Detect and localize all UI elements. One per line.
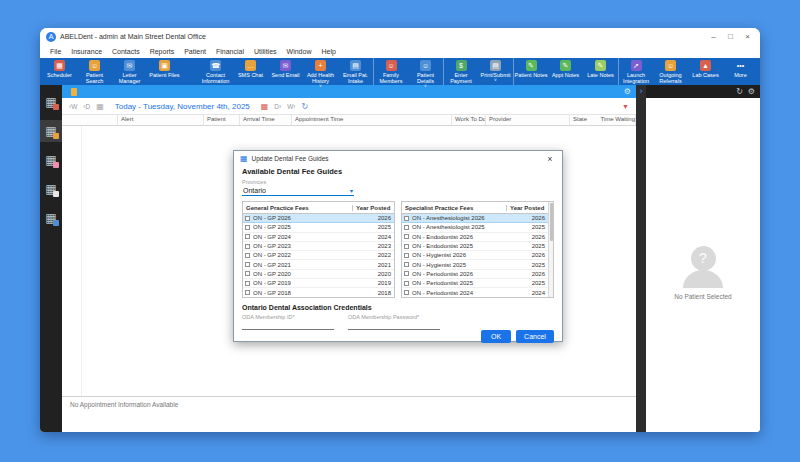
row-checkbox[interactable] [245,262,250,267]
membership-id-field[interactable] [242,320,334,330]
column-header[interactable]: Appointment Time [292,115,452,125]
expand-chevron-icon[interactable]: › [640,85,643,432]
toolbar-item[interactable]: ▲ Lab Cases [688,58,723,85]
membership-password-field[interactable] [348,320,440,330]
fee-guide-row[interactable]: ON - Periodontist 2024 2024 [402,288,548,297]
toolbar-item[interactable]: ••• More [723,58,758,85]
menu-item[interactable]: File [45,48,66,55]
maximize-button[interactable]: □ [722,30,739,43]
row-checkbox[interactable] [404,262,409,267]
menu-item[interactable]: Help [316,48,340,55]
fee-guide-row[interactable]: ON - GP 2020 2020 [243,270,394,279]
toolbar-item[interactable]: ✎ Patient Notes [513,58,548,85]
row-checkbox[interactable] [404,281,409,286]
row-checkbox[interactable] [245,290,250,295]
panel-splitter[interactable]: › [636,85,646,432]
sidebar-view-3[interactable]: ▦ [40,149,62,171]
toolbar-item[interactable]: ☺ Patient Details ∨ [408,58,443,85]
toolbar-item[interactable]: ▣ Patient Files [147,58,182,85]
toolbar-item[interactable]: + Add Health History ∨ [303,58,338,85]
menu-item[interactable]: Window [282,48,317,55]
menu-item[interactable]: Insurance [66,48,107,55]
fee-guide-row[interactable]: ON - GP 2021 2021 [243,260,394,269]
fee-guide-row[interactable]: ON - GP 2023 2023 [243,242,394,251]
minimize-button[interactable]: – [705,30,722,43]
toolbar-item[interactable]: ↗ Launch Integration [618,58,653,85]
goto-date-calendar-icon[interactable]: ▦ [261,102,269,111]
column-header[interactable]: Provider [486,115,570,125]
fee-guide-row[interactable]: ON - GP 2022 2022 [243,251,394,260]
sidebar-view-4[interactable]: ▦ [40,178,62,200]
gear-icon[interactable]: ⚙ [748,88,755,96]
fee-guide-row[interactable]: ON - Anesthesiologist 2025 2025 [402,223,548,232]
sidebar-view-1[interactable]: ▦ [40,91,62,113]
calendar-icon[interactable]: ▦ [96,102,104,111]
next-day-button[interactable]: D› [274,103,281,110]
sidebar-view-5[interactable]: ▦ [40,207,62,229]
column-header[interactable]: General Practice Fees [243,205,352,211]
row-checkbox[interactable] [245,234,250,239]
column-header[interactable]: Year Posted [352,205,394,211]
row-checkbox[interactable] [404,253,409,258]
row-checkbox[interactable] [404,271,409,276]
row-checkbox[interactable] [245,225,250,230]
fee-guide-row[interactable]: ON - Periodontist 2026 2026 [402,270,548,279]
row-checkbox[interactable] [245,244,250,249]
column-header[interactable]: State [570,115,597,125]
fee-guide-row[interactable]: ON - GP 2024 2024 [243,233,394,242]
toolbar-item[interactable]: ☎ Contact Information [198,58,233,85]
row-checkbox[interactable] [404,216,409,221]
menu-item[interactable]: Utilities [249,48,282,55]
refresh-icon[interactable]: ↻ [736,88,743,96]
fee-guide-row[interactable]: ON - Endodontist 2026 2026 [402,233,548,242]
column-header[interactable]: Work To Do [452,115,486,125]
fee-guide-row[interactable]: ON - GP 2025 2025 [243,223,394,232]
ok-button[interactable]: OK [481,330,511,343]
fee-guide-row[interactable]: ON - Hygienist 2026 2026 [402,251,548,260]
fee-guide-row[interactable]: ON - GP 2018 2018 [243,288,394,297]
row-checkbox[interactable] [404,244,409,249]
column-header[interactable]: Specialist Practice Fees [402,205,506,211]
fee-guide-row[interactable]: ON - GP 2019 2019 [243,279,394,288]
menu-item[interactable]: Contacts [107,48,145,55]
row-checkbox[interactable] [245,216,250,221]
row-checkbox[interactable] [245,281,250,286]
sidebar-view-2[interactable]: ▦ [40,120,62,142]
fee-guide-row[interactable]: ON - Endodontist 2025 2025 [402,242,548,251]
fee-guide-row[interactable]: ON - Anesthesiologist 2026 2026 [402,214,548,223]
row-checkbox[interactable] [245,271,250,276]
menu-item[interactable]: Patient [179,48,211,55]
column-header[interactable]: Time Waiting [597,115,636,125]
row-checkbox[interactable] [404,225,409,230]
toolbar-item[interactable]: ▤ Email Pat. Intake [338,58,373,85]
fee-guide-row[interactable]: ON - GP 2026 2026 [243,214,394,223]
previous-week-button[interactable]: ‹W [69,103,77,110]
row-checkbox[interactable] [404,234,409,239]
menu-item[interactable]: Financial [211,48,249,55]
row-checkbox[interactable] [245,253,250,258]
previous-day-button[interactable]: ‹D [83,103,90,110]
refresh-icon[interactable]: ↻ [302,102,309,111]
cancel-button[interactable]: Cancel [516,330,554,343]
gear-icon[interactable]: ⚙ [624,88,631,96]
toolbar-item[interactable]: ☺ Family Members [373,58,408,85]
toolbar-item[interactable]: ▦ Scheduler [42,58,77,85]
column-header[interactable]: Year Posted [506,205,548,211]
toolbar-item[interactable]: ✎ Appt Notes [548,58,583,85]
column-header[interactable]: Alert [118,115,204,125]
column-header[interactable]: Patient [204,115,240,125]
next-week-button[interactable]: W› [287,103,295,110]
fee-guide-row[interactable]: ON - Hygienist 2025 2025 [402,260,548,269]
provider-flag-icon[interactable] [71,88,77,96]
column-header[interactable]: Arrival Time [240,115,292,125]
column-header[interactable] [62,115,118,125]
dialog-close-icon[interactable]: × [544,154,556,164]
province-dropdown[interactable]: Ontario ▾ [242,185,354,196]
toolbar-item[interactable]: ✉ Letter Manager [112,58,147,85]
close-button[interactable]: × [739,30,756,43]
toolbar-item[interactable]: … SMS Chat [233,58,268,85]
filter-funnel-icon[interactable]: ▼ [622,103,629,110]
dialog-titlebar[interactable]: ▦ Update Dental Fee Guides × [234,151,562,166]
toolbar-item[interactable]: ☺ Patient Search [77,58,112,85]
toolbar-item[interactable]: ▤ Print/Submit ∨ [478,58,513,85]
